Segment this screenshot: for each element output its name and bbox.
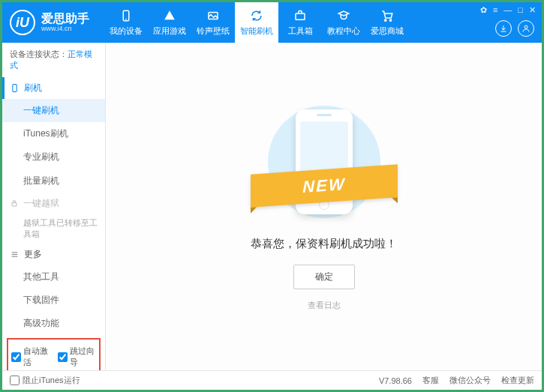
- user-button[interactable]: [518, 20, 534, 37]
- toolbox-icon: [293, 9, 307, 22]
- svg-rect-8: [12, 203, 17, 207]
- success-message: 恭喜您，保资料刷机成功啦！: [251, 237, 397, 251]
- auto-activate-checkbox[interactable]: 自动激活: [11, 346, 50, 368]
- user-icon: [521, 24, 530, 33]
- nav-label: 工具箱: [288, 25, 313, 37]
- download-icon: [499, 24, 508, 33]
- skin-button[interactable]: ✿: [480, 5, 487, 15]
- sidebar-item-other-tools[interactable]: 其他工具: [2, 265, 105, 289]
- download-button[interactable]: [495, 20, 512, 37]
- sidebar-item-itunes-flash[interactable]: iTunes刷机: [2, 122, 105, 145]
- logo-icon: iU: [10, 10, 35, 35]
- main-nav: 我的设备 应用游戏 铃声壁纸 智能刷机 工具箱 教程中心: [104, 2, 409, 43]
- nav-label: 我的设备: [110, 25, 143, 37]
- checkbox-input[interactable]: [58, 352, 68, 362]
- svg-point-6: [524, 25, 527, 28]
- lock-icon: [10, 199, 19, 208]
- checkbox-label: 自动激活: [23, 346, 50, 368]
- svg-point-5: [389, 19, 391, 20]
- sidebar: 设备连接状态：正常模式 刷机 一键刷机 iTunes刷机 专业刷机 批量刷机 一…: [2, 43, 106, 370]
- tutorial-icon: [337, 9, 350, 22]
- svg-point-4: [385, 19, 386, 20]
- minimize-button[interactable]: —: [503, 5, 512, 15]
- logo: iU 爱思助手 www.i4.cn: [10, 10, 89, 35]
- section-label: 一键越狱: [23, 197, 59, 210]
- sidebar-section-more[interactable]: 更多: [2, 244, 105, 265]
- check-update-link[interactable]: 检查更新: [501, 375, 534, 386]
- sidebar-item-oneclick-flash[interactable]: 一键刷机: [2, 99, 105, 122]
- svg-rect-3: [296, 13, 305, 19]
- svg-rect-7: [13, 85, 17, 92]
- sidebar-section-flash[interactable]: 刷机: [2, 77, 105, 99]
- sidebar-item-advanced[interactable]: 高级功能: [2, 312, 105, 335]
- section-label: 更多: [24, 248, 42, 261]
- apps-icon: [163, 9, 176, 22]
- connection-status: 设备连接状态：正常模式: [2, 43, 105, 77]
- version-label: V7.98.66: [379, 376, 412, 385]
- phone-icon: [119, 9, 133, 22]
- checkbox-label: 阻止iTunes运行: [23, 375, 80, 386]
- sidebar-section-jailbreak: 一键越狱: [2, 193, 105, 214]
- checkbox-input[interactable]: [10, 376, 20, 385]
- close-button[interactable]: ✕: [529, 5, 536, 15]
- nav-smart-flash[interactable]: 智能刷机: [235, 2, 278, 43]
- options-highlight-box: 自动激活 跳过向导: [7, 338, 101, 370]
- cart-icon: [380, 9, 394, 22]
- nav-label: 铃声壁纸: [197, 25, 230, 37]
- app-title: 爱思助手: [41, 12, 89, 25]
- nav-label: 教程中心: [327, 25, 360, 37]
- list-icon: [10, 250, 20, 259]
- ok-button[interactable]: 确定: [293, 265, 355, 289]
- view-log-link[interactable]: 查看日志: [308, 300, 341, 311]
- app-body: 设备连接状态：正常模式 刷机 一键刷机 iTunes刷机 专业刷机 批量刷机 一…: [2, 43, 542, 370]
- success-illustration: NEW: [264, 102, 384, 222]
- checkbox-input[interactable]: [11, 352, 21, 362]
- nav-toolbox[interactable]: 工具箱: [278, 2, 322, 43]
- customer-service-link[interactable]: 客服: [422, 375, 439, 386]
- skip-guide-checkbox[interactable]: 跳过向导: [58, 346, 97, 368]
- sidebar-item-pro-flash[interactable]: 专业刷机: [2, 145, 105, 169]
- maximize-button[interactable]: □: [518, 5, 523, 15]
- nav-tutorials[interactable]: 教程中心: [322, 2, 365, 43]
- refresh-icon: [250, 9, 263, 22]
- nav-my-device[interactable]: 我的设备: [104, 2, 148, 43]
- checkbox-label: 跳过向导: [70, 346, 97, 368]
- main-content: NEW 恭喜您，保资料刷机成功啦！ 确定 查看日志: [106, 43, 542, 370]
- menu-button[interactable]: ≡: [493, 5, 497, 15]
- nav-ringtone-wallpaper[interactable]: 铃声壁纸: [191, 2, 235, 43]
- wallpaper-icon: [206, 9, 220, 22]
- nav-label: 智能刷机: [240, 25, 273, 37]
- block-itunes-checkbox[interactable]: 阻止iTunes运行: [10, 375, 80, 386]
- sidebar-item-download-firmware[interactable]: 下载固件: [2, 289, 105, 312]
- jailbreak-note: 越狱工具已转移至工具箱: [2, 214, 105, 244]
- header-right-buttons: [495, 20, 534, 37]
- nav-label: 应用游戏: [153, 25, 186, 37]
- nav-label: 爱思商城: [371, 25, 404, 37]
- window-controls: ✿ ≡ — □ ✕: [480, 5, 536, 15]
- sidebar-item-batch-flash[interactable]: 批量刷机: [2, 169, 105, 193]
- footer: 阻止iTunes运行 V7.98.66 客服 微信公众号 检查更新: [2, 370, 542, 390]
- phone-icon: [10, 83, 20, 93]
- app-url: www.i4.cn: [41, 25, 89, 33]
- wechat-link[interactable]: 微信公众号: [449, 375, 491, 386]
- section-label: 刷机: [24, 82, 42, 94]
- status-label: 设备连接状态：: [10, 49, 68, 58]
- nav-apps-games[interactable]: 应用游戏: [148, 2, 191, 43]
- titlebar: ✿ ≡ — □ ✕ iU 爱思助手 www.i4.cn 我的设备 应用游戏: [2, 2, 542, 43]
- app-window: ✿ ≡ — □ ✕ iU 爱思助手 www.i4.cn 我的设备 应用游戏: [0, 0, 544, 392]
- nav-store[interactable]: 爱思商城: [365, 2, 409, 43]
